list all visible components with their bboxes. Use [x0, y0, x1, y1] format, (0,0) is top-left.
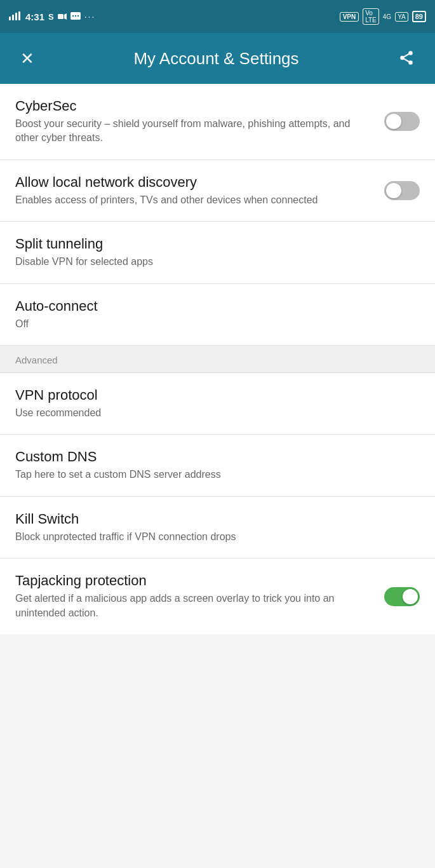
setting-vpn-protocol-text: VPN protocol Use recommended [15, 387, 420, 420]
local-network-slider [384, 181, 420, 200]
tapjacking-slider [384, 587, 420, 606]
setting-local-network-text: Allow local network discovery Enables ac… [15, 174, 384, 207]
setting-custom-dns-title: Custom DNS [15, 449, 410, 465]
page-title: My Account & Settings [133, 49, 298, 69]
video-icon [58, 12, 67, 22]
svg-marker-5 [64, 13, 67, 20]
time-display: 4:31 [25, 11, 44, 22]
setting-vpn-protocol-title: VPN protocol [15, 387, 410, 403]
advanced-section-divider: Advanced [0, 345, 435, 373]
share-button[interactable] [393, 44, 420, 73]
setting-vpn-protocol[interactable]: VPN protocol Use recommended [0, 373, 435, 435]
svg-point-11 [400, 55, 405, 60]
cybersec-slider [384, 112, 420, 131]
setting-custom-dns-desc: Tap here to set a custom DNS server addr… [15, 468, 410, 482]
setting-auto-connect-title: Auto-connect [15, 298, 410, 315]
setting-kill-switch-title: Kill Switch [15, 511, 410, 527]
message-icon [70, 12, 81, 22]
local-network-toggle[interactable] [384, 181, 420, 200]
vpn-badge: VPN [340, 12, 359, 22]
setting-auto-connect[interactable]: Auto-connect Off [0, 284, 435, 345]
svg-point-7 [72, 15, 74, 16]
battery-indicator: 89 [412, 11, 426, 22]
setting-custom-dns[interactable]: Custom DNS Tap here to set a custom DNS … [0, 435, 435, 496]
svg-rect-1 [12, 15, 14, 20]
setting-split-tunneling-title: Split tunneling [15, 236, 410, 252]
setting-cybersec-title: CyberSec [15, 98, 374, 114]
status-bar: 4:31 S ··· VPN VoLTE 4G YA 89 [0, 0, 435, 33]
app-header: ✕ My Account & Settings [0, 33, 435, 84]
cybersec-toggle[interactable] [384, 112, 420, 131]
network-icon [9, 11, 20, 22]
setting-split-tunneling-text: Split tunneling Disable VPN for selected… [15, 236, 420, 269]
setting-auto-connect-desc: Off [15, 317, 410, 331]
setting-tapjacking[interactable]: Tapjacking protection Get alerted if a m… [0, 559, 435, 634]
setting-tapjacking-title: Tapjacking protection [15, 573, 374, 589]
setting-custom-dns-text: Custom DNS Tap here to set a custom DNS … [15, 449, 420, 482]
setting-split-tunneling[interactable]: Split tunneling Disable VPN for selected… [0, 222, 435, 283]
s-icon: S [48, 12, 54, 22]
setting-cybersec-text: CyberSec Boost your security – shield yo… [15, 98, 384, 146]
setting-kill-switch-text: Kill Switch Block unprotected traffic if… [15, 511, 420, 544]
advanced-label: Advanced [15, 355, 58, 365]
tapjacking-toggle[interactable] [384, 587, 420, 606]
svg-point-12 [408, 60, 413, 65]
volte-badge: VoLTE [363, 8, 379, 25]
setting-local-network-desc: Enables access of printers, TVs and othe… [15, 193, 374, 207]
setting-kill-switch[interactable]: Kill Switch Block unprotected traffic if… [0, 497, 435, 559]
setting-local-network[interactable]: Allow local network discovery Enables ac… [0, 160, 435, 222]
svg-rect-3 [18, 11, 20, 20]
setting-vpn-protocol-desc: Use recommended [15, 406, 410, 420]
svg-rect-2 [15, 13, 17, 20]
status-left: 4:31 S ··· [9, 11, 95, 22]
share-icon [398, 50, 415, 68]
settings-content: CyberSec Boost your security – shield yo… [0, 84, 435, 345]
svg-rect-0 [9, 17, 11, 20]
setting-split-tunneling-desc: Disable VPN for selected apps [15, 255, 410, 269]
dots-indicator: ··· [84, 11, 96, 22]
setting-kill-switch-desc: Block unprotected traffic if VPN connect… [15, 530, 410, 544]
4g-lte-badge: 4G [383, 13, 391, 20]
setting-tapjacking-text: Tapjacking protection Get alerted if a m… [15, 573, 384, 620]
status-right: VPN VoLTE 4G YA 89 [340, 8, 426, 25]
svg-line-13 [404, 58, 408, 61]
setting-tapjacking-desc: Get alerted if a malicious app adds a sc… [15, 592, 374, 620]
svg-line-14 [404, 54, 408, 57]
setting-cybersec[interactable]: CyberSec Boost your security – shield yo… [0, 84, 435, 160]
svg-point-8 [75, 15, 76, 16]
svg-point-9 [77, 15, 79, 16]
setting-cybersec-desc: Boost your security – shield yourself fr… [15, 117, 374, 146]
setting-local-network-title: Allow local network discovery [15, 174, 374, 191]
close-icon: ✕ [20, 50, 34, 67]
svg-rect-4 [58, 14, 64, 19]
close-button[interactable]: ✕ [15, 45, 39, 72]
ya-badge: YA [395, 12, 408, 22]
setting-auto-connect-text: Auto-connect Off [15, 298, 420, 331]
advanced-section: VPN protocol Use recommended Custom DNS … [0, 373, 435, 634]
svg-point-10 [408, 51, 413, 55]
